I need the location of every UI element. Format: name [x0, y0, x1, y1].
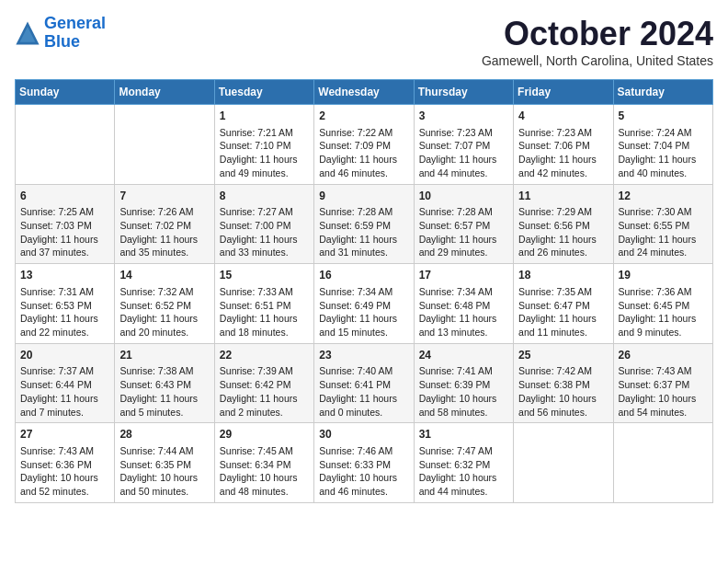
day-number: 22 — [220, 348, 309, 363]
day-number: 19 — [619, 268, 708, 283]
calendar-cell: 23Sunrise: 7:40 AM Sunset: 6:41 PM Dayli… — [314, 343, 414, 423]
day-info: Sunrise: 7:37 AM Sunset: 6:44 PM Dayligh… — [20, 364, 109, 419]
day-info: Sunrise: 7:28 AM Sunset: 6:59 PM Dayligh… — [319, 205, 408, 259]
calendar-cell: 21Sunrise: 7:38 AM Sunset: 6:43 PM Dayli… — [115, 343, 214, 423]
day-number: 14 — [119, 268, 209, 283]
col-header-wednesday: Wednesday — [314, 80, 414, 105]
calendar-cell: 15Sunrise: 7:33 AM Sunset: 6:51 PM Dayli… — [214, 264, 313, 344]
day-number: 9 — [319, 189, 408, 204]
day-info: Sunrise: 7:39 AM Sunset: 6:42 PM Dayligh… — [220, 364, 309, 419]
day-number: 17 — [419, 268, 508, 283]
calendar-cell: 4Sunrise: 7:23 AM Sunset: 7:06 PM Daylig… — [514, 105, 613, 185]
col-header-tuesday: Tuesday — [214, 80, 313, 105]
calendar-table: SundayMondayTuesdayWednesdayThursdayFrid… — [15, 79, 713, 503]
day-number: 25 — [518, 348, 608, 363]
header-row: SundayMondayTuesdayWednesdayThursdayFrid… — [16, 80, 713, 105]
day-info: Sunrise: 7:42 AM Sunset: 6:38 PM Dayligh… — [518, 364, 608, 419]
calendar-cell: 19Sunrise: 7:36 AM Sunset: 6:45 PM Dayli… — [613, 264, 712, 344]
calendar-cell: 24Sunrise: 7:41 AM Sunset: 6:39 PM Dayli… — [414, 343, 513, 423]
title-block: October 2024 Gamewell, North Carolina, U… — [482, 15, 713, 68]
day-number: 29 — [220, 427, 309, 442]
week-row-2: 6Sunrise: 7:25 AM Sunset: 7:03 PM Daylig… — [16, 184, 713, 264]
day-number: 8 — [220, 189, 309, 204]
day-number: 24 — [419, 348, 508, 363]
logo: General Blue — [15, 15, 106, 52]
calendar-cell: 3Sunrise: 7:23 AM Sunset: 7:07 PM Daylig… — [414, 105, 513, 185]
day-number: 26 — [619, 348, 708, 363]
calendar-cell: 9Sunrise: 7:28 AM Sunset: 6:59 PM Daylig… — [314, 184, 414, 264]
calendar-cell: 18Sunrise: 7:35 AM Sunset: 6:47 PM Dayli… — [514, 264, 613, 344]
page-header: General Blue October 2024 Gamewell, Nort… — [15, 15, 713, 68]
week-row-1: 1Sunrise: 7:21 AM Sunset: 7:10 PM Daylig… — [16, 105, 713, 185]
calendar-cell: 11Sunrise: 7:29 AM Sunset: 6:56 PM Dayli… — [514, 184, 613, 264]
logo-icon — [15, 20, 40, 46]
calendar-cell — [613, 423, 712, 503]
day-number: 1 — [220, 109, 309, 124]
calendar-cell: 10Sunrise: 7:28 AM Sunset: 6:57 PM Dayli… — [414, 184, 513, 264]
calendar-cell: 7Sunrise: 7:26 AM Sunset: 7:02 PM Daylig… — [115, 184, 214, 264]
calendar-cell: 14Sunrise: 7:32 AM Sunset: 6:52 PM Dayli… — [115, 264, 214, 344]
day-number: 20 — [20, 348, 109, 363]
day-number: 15 — [220, 268, 309, 283]
calendar-cell: 26Sunrise: 7:43 AM Sunset: 6:37 PM Dayli… — [613, 343, 712, 423]
month-title: October 2024 — [482, 15, 713, 53]
col-header-monday: Monday — [115, 80, 214, 105]
day-info: Sunrise: 7:43 AM Sunset: 6:37 PM Dayligh… — [619, 364, 708, 419]
week-row-3: 13Sunrise: 7:31 AM Sunset: 6:53 PM Dayli… — [16, 264, 713, 344]
day-info: Sunrise: 7:33 AM Sunset: 6:51 PM Dayligh… — [220, 285, 309, 339]
day-number: 10 — [419, 189, 508, 204]
day-number: 2 — [319, 109, 408, 124]
calendar-cell: 13Sunrise: 7:31 AM Sunset: 6:53 PM Dayli… — [16, 264, 115, 344]
day-number: 28 — [119, 427, 209, 442]
day-info: Sunrise: 7:40 AM Sunset: 6:41 PM Dayligh… — [319, 364, 408, 419]
day-number: 23 — [319, 348, 408, 363]
calendar-cell: 1Sunrise: 7:21 AM Sunset: 7:10 PM Daylig… — [214, 105, 313, 185]
calendar-cell: 28Sunrise: 7:44 AM Sunset: 6:35 PM Dayli… — [115, 423, 214, 503]
calendar-cell: 6Sunrise: 7:25 AM Sunset: 7:03 PM Daylig… — [16, 184, 115, 264]
day-info: Sunrise: 7:25 AM Sunset: 7:03 PM Dayligh… — [20, 205, 109, 259]
location-subtitle: Gamewell, North Carolina, United States — [482, 53, 713, 68]
calendar-cell: 20Sunrise: 7:37 AM Sunset: 6:44 PM Dayli… — [16, 343, 115, 423]
day-info: Sunrise: 7:28 AM Sunset: 6:57 PM Dayligh… — [419, 205, 508, 259]
day-number: 5 — [619, 109, 708, 124]
day-info: Sunrise: 7:36 AM Sunset: 6:45 PM Dayligh… — [619, 285, 708, 339]
logo-text: General Blue — [44, 15, 106, 52]
col-header-sunday: Sunday — [16, 80, 115, 105]
col-header-friday: Friday — [514, 80, 613, 105]
day-number: 4 — [518, 109, 608, 124]
logo-line1: General — [44, 14, 106, 32]
day-info: Sunrise: 7:43 AM Sunset: 6:36 PM Dayligh… — [20, 444, 109, 499]
day-info: Sunrise: 7:26 AM Sunset: 7:02 PM Dayligh… — [119, 205, 209, 259]
calendar-cell: 25Sunrise: 7:42 AM Sunset: 6:38 PM Dayli… — [514, 343, 613, 423]
day-info: Sunrise: 7:34 AM Sunset: 6:48 PM Dayligh… — [419, 285, 508, 339]
day-info: Sunrise: 7:47 AM Sunset: 6:32 PM Dayligh… — [419, 444, 508, 499]
day-info: Sunrise: 7:29 AM Sunset: 6:56 PM Dayligh… — [518, 205, 608, 259]
day-number: 21 — [119, 348, 209, 363]
day-info: Sunrise: 7:44 AM Sunset: 6:35 PM Dayligh… — [119, 444, 209, 499]
day-info: Sunrise: 7:27 AM Sunset: 7:00 PM Dayligh… — [220, 205, 309, 259]
day-number: 6 — [20, 189, 109, 204]
calendar-cell: 8Sunrise: 7:27 AM Sunset: 7:00 PM Daylig… — [214, 184, 313, 264]
day-number: 7 — [119, 189, 209, 204]
calendar-cell: 27Sunrise: 7:43 AM Sunset: 6:36 PM Dayli… — [16, 423, 115, 503]
col-header-thursday: Thursday — [414, 80, 513, 105]
week-row-4: 20Sunrise: 7:37 AM Sunset: 6:44 PM Dayli… — [16, 343, 713, 423]
day-info: Sunrise: 7:45 AM Sunset: 6:34 PM Dayligh… — [220, 444, 309, 499]
day-info: Sunrise: 7:22 AM Sunset: 7:09 PM Dayligh… — [319, 126, 408, 180]
day-info: Sunrise: 7:30 AM Sunset: 6:55 PM Dayligh… — [619, 205, 708, 259]
calendar-cell: 16Sunrise: 7:34 AM Sunset: 6:49 PM Dayli… — [314, 264, 414, 344]
calendar-cell: 30Sunrise: 7:46 AM Sunset: 6:33 PM Dayli… — [314, 423, 414, 503]
day-info: Sunrise: 7:31 AM Sunset: 6:53 PM Dayligh… — [20, 285, 109, 339]
week-row-5: 27Sunrise: 7:43 AM Sunset: 6:36 PM Dayli… — [16, 423, 713, 503]
day-number: 18 — [518, 268, 608, 283]
calendar-cell — [514, 423, 613, 503]
day-info: Sunrise: 7:38 AM Sunset: 6:43 PM Dayligh… — [119, 364, 209, 419]
day-info: Sunrise: 7:41 AM Sunset: 6:39 PM Dayligh… — [419, 364, 508, 419]
calendar-cell: 31Sunrise: 7:47 AM Sunset: 6:32 PM Dayli… — [414, 423, 513, 503]
day-number: 13 — [20, 268, 109, 283]
day-number: 30 — [319, 427, 408, 442]
day-info: Sunrise: 7:24 AM Sunset: 7:04 PM Dayligh… — [619, 126, 708, 180]
day-info: Sunrise: 7:34 AM Sunset: 6:49 PM Dayligh… — [319, 285, 408, 339]
day-number: 16 — [319, 268, 408, 283]
day-number: 27 — [20, 427, 109, 442]
